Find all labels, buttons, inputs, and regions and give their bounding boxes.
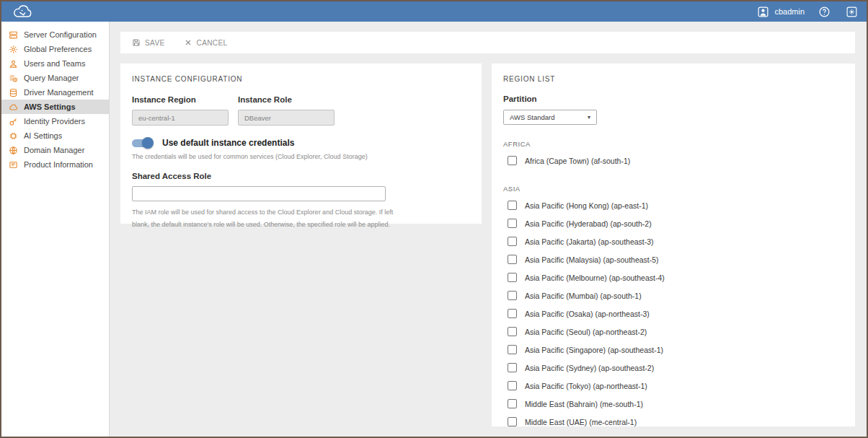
settings-gear-icon — [846, 6, 858, 18]
region-checkbox[interactable] — [508, 219, 517, 228]
sidebar-item-label: Server Configuration — [24, 30, 97, 39]
region-checkbox[interactable] — [508, 201, 517, 210]
user-icon — [9, 59, 18, 69]
help-button[interactable] — [816, 4, 832, 19]
region-list-panel: REGION LIST Partition AWS Standard ▾ AFR… — [492, 63, 855, 426]
server-configuration-icon — [9, 30, 18, 40]
default-credentials-label: Use default instance credentials — [162, 138, 294, 148]
region-label: Asia Pacific (Jakarta) (ap-southeast-3) — [525, 237, 654, 246]
region-checkbox[interactable] — [508, 156, 517, 165]
region-label: Asia Pacific (Seoul) (ap-northeast-2) — [525, 328, 647, 336]
region-label: Asia Pacific (Tokyo) (ap-northeast-1) — [525, 382, 647, 390]
cloudbeaver-logo[interactable] — [12, 4, 33, 19]
sidebar-item-identity-providers[interactable]: Identity Providers — [1, 114, 109, 128]
sidebar-item-label: AWS Settings — [24, 102, 76, 111]
chip-icon — [9, 131, 18, 141]
region-checkbox-row[interactable]: Asia Pacific (Singapore) (ap-southeast-1… — [503, 341, 843, 359]
region-checkbox[interactable] — [508, 381, 517, 390]
sidebar-item-label: Global Preferences — [24, 45, 92, 53]
shared-access-role-input[interactable] — [132, 186, 386, 201]
sidebar-item-aws-settings[interactable]: AWS Settings — [1, 100, 109, 114]
toggle-knob — [142, 137, 154, 149]
save-button-label: SAVE — [145, 39, 165, 47]
cancel-button-label: CANCEL — [197, 39, 228, 47]
cancel-button[interactable]: CANCEL — [184, 38, 228, 47]
region-groups: AFRICAAfrica (Cape Town) (af-south-1)ASI… — [503, 140, 843, 426]
region-checkbox-row[interactable]: Middle East (Bahrain) (me-south-1) — [503, 395, 843, 413]
region-label: Asia Pacific (Osaka) (ap-northeast-3) — [525, 310, 650, 318]
region-label: Asia Pacific (Melbourne) (ap-southeast-4… — [525, 273, 665, 282]
region-label: Asia Pacific (Hyderabad) (ap-south-2) — [525, 219, 652, 228]
user-menu[interactable]: cbadmin — [757, 6, 805, 18]
region-group-header: AFRICA — [503, 140, 843, 148]
chevron-down-icon: ▾ — [588, 114, 590, 121]
region-checkbox-row[interactable]: Asia Pacific (Melbourne) (ap-southeast-4… — [503, 268, 843, 286]
settings-button[interactable] — [843, 4, 859, 19]
main-content: SAVE CANCEL INSTANCE CONFIGURATION Insta… — [110, 22, 867, 437]
sidebar-item-label: Query Manager — [24, 74, 79, 82]
sidebar-item-users-and-teams[interactable]: Users and Teams — [1, 56, 109, 71]
region-checkbox-row[interactable]: Asia Pacific (Sydney) (ap-southeast-2) — [503, 359, 843, 377]
region-group-header: ASIA — [503, 185, 843, 193]
cloud-logo-icon — [12, 4, 33, 19]
instance-configuration-title: INSTANCE CONFIGURATION — [132, 75, 470, 83]
region-label: Asia Pacific (Hong Kong) (ap-east-1) — [525, 201, 648, 210]
region-checkbox-row[interactable]: Asia Pacific (Seoul) (ap-northeast-2) — [503, 323, 843, 341]
region-checkbox[interactable] — [508, 417, 517, 426]
region-checkbox[interactable] — [508, 237, 517, 246]
default-credentials-toggle[interactable] — [132, 139, 153, 147]
region-label: Asia Pacific (Sydney) (ap-southeast-2) — [525, 364, 654, 372]
save-button[interactable]: SAVE — [132, 38, 165, 47]
sidebar-item-label: Identity Providers — [24, 117, 85, 126]
sidebar-item-label: Users and Teams — [24, 59, 85, 68]
region-label: Asia Pacific (Mumbai) (ap-south-1) — [525, 292, 642, 300]
region-checkbox-row[interactable]: Asia Pacific (Mumbai) (ap-south-1) — [503, 286, 843, 305]
region-checkbox-row[interactable]: Asia Pacific (Malaysia) (ap-southeast-5) — [503, 250, 843, 268]
instance-configuration-panel: INSTANCE CONFIGURATION Instance Region I… — [120, 63, 482, 224]
sidebar-nav: Server ConfigurationGlobal PreferencesUs… — [1, 22, 110, 437]
region-checkbox[interactable] — [508, 273, 517, 282]
sidebar-item-product-information[interactable]: Product Information — [1, 157, 109, 172]
region-label: Middle East (Bahrain) (me-south-1) — [525, 400, 643, 408]
region-checkbox[interactable] — [508, 255, 517, 264]
region-checkbox-row[interactable]: Asia Pacific (Tokyo) (ap-northeast-1) — [503, 377, 843, 395]
sidebar-item-server-configuration[interactable]: Server Configuration — [1, 27, 109, 42]
save-floppy-icon — [132, 38, 141, 47]
region-checkbox[interactable] — [508, 291, 517, 300]
sidebar-item-label: AI Settings — [24, 131, 62, 140]
region-checkbox-row[interactable]: Asia Pacific (Hyderabad) (ap-south-2) — [503, 214, 843, 232]
shared-access-role-label: Shared Access Role — [132, 172, 470, 180]
instance-role-input[interactable] — [238, 110, 335, 126]
sidebar-item-domain-manager[interactable]: Domain Manager — [1, 143, 109, 157]
user-name: cbadmin — [774, 7, 805, 16]
sidebar-item-ai-settings[interactable]: AI Settings — [1, 128, 109, 143]
region-checkbox[interactable] — [508, 309, 517, 318]
region-checkbox-row[interactable]: Middle East (UAE) (me-central-1) — [503, 413, 843, 426]
region-label: Middle East (UAE) (me-central-1) — [525, 418, 637, 426]
partition-label: Partition — [503, 95, 843, 103]
region-checkbox-row[interactable]: Asia Pacific (Osaka) (ap-northeast-3) — [503, 305, 843, 323]
sidebar-item-label: Domain Manager — [24, 146, 84, 154]
globe-icon — [9, 146, 18, 155]
region-label: Asia Pacific (Malaysia) (ap-southeast-5) — [525, 255, 659, 264]
region-checkbox[interactable] — [508, 345, 517, 354]
instance-role-label: Instance Role — [238, 95, 335, 104]
sidebar-item-driver-management[interactable]: Driver Management — [1, 85, 109, 100]
region-checkbox-row[interactable]: Asia Pacific (Hong Kong) (ap-east-1) — [503, 196, 843, 214]
cloud-icon — [9, 102, 18, 112]
query-list-icon — [9, 74, 18, 83]
instance-region-input[interactable] — [132, 110, 229, 126]
region-checkbox[interactable] — [508, 327, 517, 336]
sidebar-item-label: Product Information — [24, 160, 93, 169]
partition-select[interactable]: AWS Standard ▾ — [503, 110, 597, 125]
region-checkbox[interactable] — [508, 363, 517, 372]
help-question-icon — [818, 6, 831, 18]
user-avatar-icon — [757, 6, 769, 18]
region-checkbox-row[interactable]: Africa (Cape Town) (af-south-1) — [503, 152, 843, 170]
sidebar-item-label: Driver Management — [24, 88, 94, 97]
region-checkbox-row[interactable]: Asia Pacific (Jakarta) (ap-southeast-3) — [503, 232, 843, 250]
partition-select-value: AWS Standard — [510, 113, 554, 121]
sidebar-item-query-manager[interactable]: Query Manager — [1, 71, 109, 85]
sidebar-item-global-preferences[interactable]: Global Preferences — [1, 42, 109, 56]
region-checkbox[interactable] — [508, 399, 517, 408]
